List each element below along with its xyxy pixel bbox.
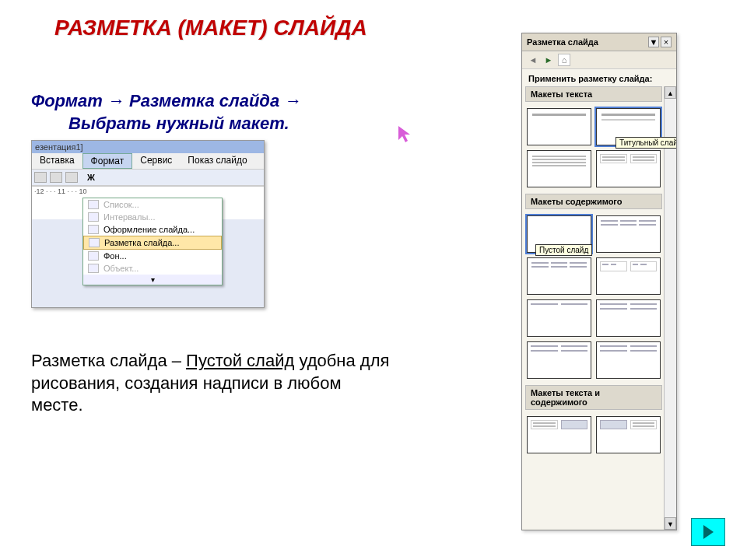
- layout-thumb-two-column[interactable]: [596, 150, 661, 187]
- menu-item-list: Список...: [83, 198, 222, 211]
- bold-button[interactable]: Ж: [87, 173, 95, 182]
- tooltip-blank-slide: Пустой слайд: [535, 244, 592, 256]
- scroll-track[interactable]: [665, 99, 676, 517]
- menubar: Вставка Формат Сервис Показ слайдо: [32, 153, 264, 169]
- toolbar-icon[interactable]: [65, 172, 78, 183]
- layout-thumb-tc-1[interactable]: [527, 416, 591, 453]
- menu-item-design[interactable]: Оформление слайда...: [83, 223, 222, 236]
- section-text-layouts: Макеты текста: [525, 86, 662, 102]
- window-titlebar: езентация1]: [32, 141, 264, 153]
- instr-layout: Разметка слайда: [129, 91, 279, 110]
- layout-thumb-content-3[interactable]: [596, 257, 661, 295]
- body-text-1: Разметка слайда –: [31, 351, 186, 370]
- cursor-icon: [397, 124, 412, 148]
- instruction-text: Формат → Разметка слайда → Выбрать нужны…: [31, 90, 405, 135]
- tooltip-title-slide: Титульный слайд: [615, 137, 676, 149]
- nav-forward-icon[interactable]: ►: [542, 54, 555, 66]
- pane-nav: ◄ ► ⌂: [522, 51, 676, 69]
- layout-thumb-blank[interactable]: Пустой слайд: [527, 215, 591, 253]
- layout-thumb-content-5[interactable]: [596, 299, 661, 337]
- layout-thumb-title-only[interactable]: [527, 108, 591, 145]
- scroll-up-icon[interactable]: ▲: [665, 86, 676, 99]
- layout-thumb-content-7[interactable]: [596, 341, 661, 379]
- toolbar-icon[interactable]: [50, 172, 62, 183]
- dropdown-icon[interactable]: ▼: [648, 37, 659, 47]
- menu-service[interactable]: Сервис: [132, 153, 180, 169]
- menu-item-object: Объект...: [83, 262, 222, 275]
- menu-format[interactable]: Формат: [82, 153, 133, 169]
- layout-task-pane: Разметка слайда ▼ × ◄ ► ⌂ Применить разм…: [521, 33, 677, 530]
- apply-layout-label: Применить разметку слайда:: [522, 69, 676, 86]
- instr-format: Формат: [31, 91, 103, 110]
- close-icon[interactable]: ×: [661, 37, 672, 47]
- layout-thumb-content-4[interactable]: [527, 299, 591, 337]
- ruler: ·12 · · · 11 · · · 10: [32, 186, 264, 196]
- menu-slideshow[interactable]: Показ слайдо: [180, 153, 254, 169]
- format-dropdown: Список... Интервалы... Оформление слайда…: [82, 198, 223, 285]
- layout-thumb-title-slide[interactable]: Титульный слайд: [596, 108, 661, 145]
- menu-item-layout[interactable]: Разметка слайда...: [83, 236, 222, 250]
- toolbar: Ж: [32, 169, 264, 186]
- body-underline: Пустой слайд: [186, 351, 294, 370]
- pane-header: Разметка слайда ▼ ×: [522, 33, 676, 51]
- toolbar-icon[interactable]: [34, 172, 47, 183]
- scroll-down-icon[interactable]: ▼: [665, 517, 676, 530]
- expand-icon[interactable]: ▾: [83, 275, 222, 285]
- instr-choose: Выбрать нужный макет.: [31, 113, 405, 135]
- nav-back-icon[interactable]: ◄: [527, 54, 539, 66]
- arrow-icon: →: [284, 91, 301, 110]
- nav-home-icon[interactable]: ⌂: [558, 54, 570, 66]
- section-text-content-layouts: Макеты текста и содержимого: [525, 385, 662, 410]
- menu-item-intervals: Интервалы...: [83, 211, 222, 223]
- layout-thumb-content-6[interactable]: [527, 341, 591, 379]
- play-icon: [701, 523, 715, 541]
- layout-thumb-bullets[interactable]: [527, 150, 591, 187]
- layout-thumb-tc-2[interactable]: [596, 416, 661, 453]
- layout-thumb-content-2[interactable]: [527, 257, 591, 295]
- scrollbar[interactable]: ▲ ▼: [664, 86, 676, 530]
- menu-item-background[interactable]: Фон...: [83, 250, 222, 262]
- page-title: РАЗМЕТКА (МАКЕТ) СЛАЙДА: [54, 16, 367, 40]
- menu-screenshot: езентация1] Вставка Формат Сервис Показ …: [31, 140, 265, 308]
- arrow-icon: →: [107, 91, 124, 110]
- pane-title: Разметка слайда: [527, 37, 598, 47]
- menu-insert[interactable]: Вставка: [32, 153, 82, 169]
- next-slide-button[interactable]: [691, 518, 725, 546]
- layout-thumb-content[interactable]: [596, 215, 661, 253]
- body-paragraph: Разметка слайда – Пустой слайд удобна дл…: [31, 350, 397, 417]
- section-content-layouts: Макеты содержимого: [525, 194, 662, 209]
